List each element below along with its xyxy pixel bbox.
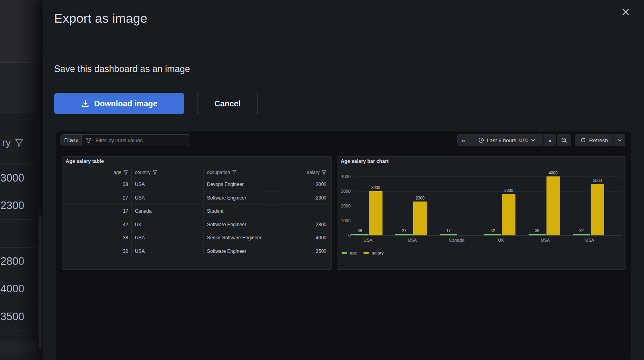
- modal-title: Export as image: [54, 11, 147, 26]
- filters-chip: Filters: [61, 135, 82, 146]
- bar-group: 17Canada: [435, 157, 479, 235]
- table-cell: USA: [132, 231, 204, 245]
- chevron-down-icon: [531, 139, 535, 142]
- age-bar[interactable]: [573, 234, 590, 235]
- cancel-button-label: Cancel: [215, 99, 241, 108]
- table-cell: 4000: [272, 231, 330, 245]
- background-table-cell: 2300: [0, 192, 37, 220]
- x-axis-category-label: USA: [523, 238, 568, 243]
- salary-bar[interactable]: [369, 191, 382, 235]
- refresh-button[interactable]: Refresh: [575, 134, 613, 146]
- bar-group: 272300USA: [390, 157, 434, 235]
- legend-item-age[interactable]: age: [342, 250, 357, 255]
- table-cell: 38: [64, 231, 132, 245]
- salary-bar[interactable]: [546, 176, 560, 235]
- cancel-button[interactable]: Cancel: [197, 93, 258, 114]
- table-cell: 42: [64, 218, 132, 232]
- table-cell: 38: [64, 178, 132, 192]
- time-controls: « Last 6 hours UTC » Refresh: [450, 134, 625, 146]
- filter-bar: Filters Filter by label values: [60, 134, 190, 146]
- x-axis-category-label: USA: [568, 238, 612, 243]
- table-cell: USA: [132, 245, 204, 258]
- background-table-cell: 2800: [0, 248, 37, 276]
- salary-bar[interactable]: [413, 202, 427, 235]
- background-table-cell: 3500: [0, 303, 37, 331]
- table-cell: Devops Engineer: [204, 178, 272, 192]
- time-picker-group: « Last 6 hours UTC »: [457, 134, 556, 146]
- salary-bar[interactable]: [591, 184, 604, 236]
- salary-bar[interactable]: [502, 194, 515, 235]
- age-salary-table-panel: Age salary table agecountryoccupationsal…: [62, 156, 332, 270]
- bar-group: 323500USA: [568, 157, 612, 235]
- age-bar[interactable]: [529, 234, 546, 235]
- time-range-label: Last 6 hours: [487, 137, 516, 143]
- column-header-salary[interactable]: salary: [272, 167, 330, 178]
- chart-legend: agesalary: [342, 250, 384, 255]
- table-cell: UK: [132, 218, 204, 232]
- time-range-picker[interactable]: Last 6 hours UTC: [470, 134, 543, 146]
- filter-placeholder: Filter by label values: [96, 137, 143, 143]
- bar-group: 384000USA: [523, 157, 568, 235]
- background-column-label-partial: ry: [2, 137, 11, 149]
- salary-value-label: 2800: [497, 188, 521, 193]
- age-bar[interactable]: [395, 234, 413, 235]
- modal-header-divider: [43, 50, 644, 50]
- x-axis-category-label: UK: [479, 238, 523, 243]
- table-cell: 3500: [272, 245, 330, 258]
- download-icon: [81, 100, 90, 108]
- x-axis-category-label: USA: [346, 238, 390, 243]
- age-bar[interactable]: [351, 234, 369, 235]
- age-bar[interactable]: [440, 234, 457, 235]
- time-shift-forward-button[interactable]: »: [544, 134, 556, 146]
- table-cell: Software Engineer: [204, 245, 272, 258]
- table-cell: 17: [64, 205, 132, 218]
- timezone-label: UTC: [519, 138, 528, 143]
- background-scrollbar-thumb[interactable]: [39, 215, 42, 349]
- download-image-button[interactable]: Download image: [54, 93, 184, 114]
- legend-swatch: [342, 252, 347, 254]
- salary-value-label: 3500: [585, 178, 609, 183]
- background-table-header: ry: [0, 113, 37, 164]
- background-next-panel-edge: [0, 352, 37, 360]
- data-table: agecountryoccupationsalary38USADevops En…: [64, 167, 330, 258]
- column-header-country[interactable]: country: [132, 167, 204, 178]
- table-cell: 32: [64, 245, 132, 258]
- close-icon[interactable]: [619, 6, 632, 18]
- background-table-cell: 4000: [0, 275, 37, 303]
- zoom-out-group: [557, 134, 571, 146]
- background-toolbar-row: [0, 0, 43, 31]
- column-header-age[interactable]: age: [64, 167, 132, 178]
- refresh-group: Refresh: [575, 134, 625, 146]
- x-axis-category-label: USA: [390, 238, 434, 243]
- refresh-button-label: Refresh: [589, 137, 608, 143]
- legend-swatch: [363, 252, 369, 254]
- column-header-occupation[interactable]: occupation: [204, 167, 272, 178]
- background-table-cell: 3000: [0, 164, 37, 192]
- age-bar[interactable]: [484, 234, 502, 235]
- time-zoom-out-button[interactable]: [557, 134, 571, 146]
- time-shift-back-button[interactable]: «: [457, 134, 470, 146]
- filter-icon[interactable]: [15, 139, 23, 147]
- background-table-panel: ry 30002300280040003500: [0, 113, 37, 341]
- clock-icon: [478, 137, 484, 143]
- table-cell: 3000: [272, 178, 330, 192]
- table-cell: 27: [64, 192, 132, 205]
- bar-group: 383000USA: [346, 157, 390, 235]
- table-cell: USA: [132, 192, 204, 205]
- legend-label: age: [350, 250, 357, 255]
- download-button-label: Download image: [94, 99, 158, 108]
- filter-input[interactable]: Filter by label values: [82, 135, 190, 146]
- salary-value-label: 4000: [541, 171, 565, 175]
- refresh-interval-dropdown[interactable]: [614, 134, 625, 146]
- table-panel-title: Age salary table: [66, 158, 104, 164]
- age-value-label: 17: [431, 229, 466, 233]
- background-table-cell: [0, 220, 37, 248]
- table-cell: Senior Software Engineer: [204, 231, 272, 245]
- table-cell: 2800: [272, 218, 330, 232]
- legend-item-salary[interactable]: salary: [363, 250, 383, 255]
- table-cell: USA: [132, 178, 204, 192]
- refresh-icon: [580, 137, 586, 143]
- salary-value-label: 2300: [408, 196, 432, 200]
- table-cell: Software Engineer: [204, 218, 272, 232]
- bar-group: 422800UK: [479, 157, 523, 235]
